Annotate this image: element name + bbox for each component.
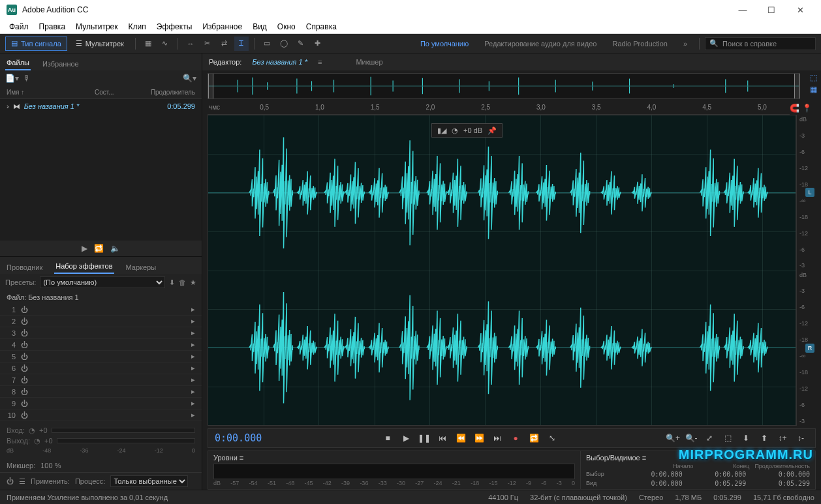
move-tool-icon[interactable]: ↔ bbox=[183, 37, 198, 51]
waveform-mode-button[interactable]: ▤ Тип сигнала bbox=[5, 37, 67, 51]
marquee-tool-icon[interactable]: ▭ bbox=[260, 37, 274, 51]
stop-button[interactable]: ■ bbox=[380, 432, 395, 445]
list-icon[interactable]: ☰ bbox=[19, 477, 25, 486]
hud-value[interactable]: +0 dB bbox=[463, 126, 482, 134]
hud-knob-icon[interactable]: ◔ bbox=[452, 126, 458, 135]
chevron-right-icon[interactable]: ▸ bbox=[191, 411, 195, 419]
chevron-right-icon[interactable]: ▸ bbox=[191, 352, 195, 361]
presets-select[interactable]: (По умолчанию) bbox=[40, 276, 165, 288]
sel-dur[interactable]: 0:00.000 bbox=[751, 471, 810, 478]
fx-slot[interactable]: 4⏻▸ bbox=[0, 339, 202, 351]
help-search-input[interactable]: 🔍 Поиск в справке bbox=[705, 37, 816, 50]
overview-waveform[interactable] bbox=[208, 73, 800, 99]
waveform-display[interactable]: ▮◢ ◔ +0 dB 📌 dB -3 -6 -12 -18 -∞ -18 -12… bbox=[208, 115, 816, 426]
time-select-tool-icon[interactable]: Ꮖ bbox=[234, 37, 249, 51]
save-preset-icon[interactable]: ⬇ bbox=[169, 278, 175, 287]
power-icon[interactable]: ⏻ bbox=[21, 353, 28, 361]
zoom-in-point-icon[interactable]: ⬇ bbox=[738, 432, 754, 445]
power-icon[interactable]: ⏻ bbox=[21, 411, 28, 419]
zoom-amp-in-icon[interactable]: ↕+ bbox=[775, 432, 790, 445]
star-preset-icon[interactable]: ★ bbox=[190, 278, 196, 287]
wave-canvas[interactable]: ▮◢ ◔ +0 dB 📌 bbox=[208, 115, 796, 426]
zoom-nav-icon[interactable]: ⬚ bbox=[810, 73, 817, 82]
overview-handle-left[interactable] bbox=[208, 74, 213, 98]
razor-tool-icon[interactable]: ✂ bbox=[200, 37, 215, 51]
file-row[interactable]: › ⧓ Без названия 1 * 0:05.299 bbox=[0, 99, 202, 113]
fx-slot[interactable]: 8⏻▸ bbox=[0, 386, 202, 398]
spectral-pitch-icon[interactable]: ∿ bbox=[158, 37, 172, 51]
fx-slot[interactable]: 9⏻▸ bbox=[0, 398, 202, 409]
loop-preview-icon[interactable]: 🔁 bbox=[94, 244, 104, 253]
play-preview-icon[interactable]: ▶ bbox=[82, 244, 87, 253]
chevron-right-icon[interactable]: ▸ bbox=[191, 364, 195, 372]
workspace-default[interactable]: По умолчанию bbox=[414, 40, 475, 48]
menu-multitrack[interactable]: Мультитрек bbox=[70, 20, 123, 33]
power-icon[interactable]: ⏻ bbox=[21, 306, 28, 314]
chevron-right-icon[interactable]: ▸ bbox=[191, 317, 195, 325]
power-icon[interactable]: ⏻ bbox=[21, 400, 28, 408]
fx-slot[interactable]: 10⏻▸ bbox=[0, 409, 202, 421]
pause-button[interactable]: ❚❚ bbox=[416, 432, 432, 445]
minimize-button[interactable]: — bbox=[728, 0, 757, 20]
menu-file[interactable]: Файл bbox=[4, 20, 34, 33]
power-icon[interactable]: ⏻ bbox=[7, 477, 14, 485]
channel-r-badge[interactable]: R bbox=[805, 344, 814, 353]
power-icon[interactable]: ⏻ bbox=[21, 364, 28, 372]
expand-icon[interactable]: › bbox=[7, 102, 9, 110]
zoom-out-icon[interactable]: 🔍- bbox=[683, 432, 699, 445]
delete-preset-icon[interactable]: 🗑 bbox=[179, 278, 186, 286]
menu-effects[interactable]: Эффекты bbox=[151, 20, 198, 33]
zoom-in-icon[interactable]: 🔍+ bbox=[665, 432, 681, 445]
menu-favorites[interactable]: Избранное bbox=[197, 20, 247, 33]
view-dur[interactable]: 0:05.299 bbox=[751, 480, 810, 487]
menu-help[interactable]: Справка bbox=[301, 20, 342, 33]
tab-conductor[interactable]: Проводник bbox=[5, 261, 44, 274]
record-button[interactable]: ● bbox=[508, 432, 523, 445]
zoom-full-icon[interactable]: ⤢ bbox=[702, 432, 717, 445]
spectral-toggle-icon[interactable]: ▦ bbox=[810, 85, 817, 94]
tab-files[interactable]: Файлы bbox=[5, 56, 31, 70]
hud-pin-icon[interactable]: 📌 bbox=[488, 126, 497, 135]
process-select[interactable]: Только выбранные bbox=[110, 475, 188, 487]
spectral-freq-icon[interactable]: ▦ bbox=[141, 37, 155, 51]
panel-menu-icon[interactable]: ≡ bbox=[240, 454, 243, 462]
playhead-pin-icon[interactable]: 📍 bbox=[802, 104, 812, 113]
power-icon[interactable]: ⏻ bbox=[21, 376, 28, 384]
col-state[interactable]: Сост... bbox=[95, 89, 131, 96]
zoom-selection-icon[interactable]: ⬚ bbox=[720, 432, 736, 445]
channel-l-badge[interactable]: L bbox=[805, 188, 814, 197]
zoom-amp-out-icon[interactable]: ↕- bbox=[793, 432, 809, 445]
filter-input-icon[interactable]: 🔍▾ bbox=[183, 74, 196, 83]
editor-file-name[interactable]: Без названия 1 * bbox=[252, 58, 307, 66]
panel-menu-icon[interactable]: ≡ bbox=[642, 454, 646, 462]
go-end-button[interactable]: ⏭ bbox=[489, 432, 505, 445]
fx-slot[interactable]: 1⏻▸ bbox=[0, 304, 202, 316]
menu-window[interactable]: Окно bbox=[272, 20, 301, 33]
open-file-icon[interactable]: 📄▾ bbox=[5, 74, 19, 83]
chevron-right-icon[interactable]: ▸ bbox=[191, 387, 195, 396]
forward-button[interactable]: ⏩ bbox=[471, 432, 487, 445]
sel-start[interactable]: 0:00.000 bbox=[624, 471, 683, 478]
menu-edit[interactable]: Правка bbox=[34, 20, 71, 33]
chevron-right-icon[interactable]: ▸ bbox=[191, 340, 195, 349]
brush-tool-icon[interactable]: ✎ bbox=[294, 37, 308, 51]
fx-slot[interactable]: 6⏻▸ bbox=[0, 363, 202, 374]
power-icon[interactable]: ⏻ bbox=[21, 341, 28, 349]
go-start-button[interactable]: ⏮ bbox=[435, 432, 450, 445]
chevron-right-icon[interactable]: ▸ bbox=[191, 376, 195, 384]
output-value[interactable]: +0 bbox=[44, 437, 53, 445]
workspace-audio-video[interactable]: Редактирование аудио для видео bbox=[478, 40, 603, 48]
fx-slot[interactable]: 2⏻▸ bbox=[0, 316, 202, 327]
apply-label[interactable]: Применить: bbox=[31, 477, 70, 485]
play-button[interactable]: ▶ bbox=[398, 432, 414, 445]
sel-end[interactable]: 0:00.000 bbox=[688, 471, 747, 478]
workspace-radio[interactable]: Radio Production bbox=[606, 40, 674, 48]
overview-handle-right[interactable] bbox=[794, 74, 799, 98]
col-name[interactable]: Имя ↑ bbox=[7, 89, 89, 96]
close-button[interactable]: ✕ bbox=[786, 0, 814, 20]
rewind-button[interactable]: ⏪ bbox=[453, 432, 469, 445]
multitrack-mode-button[interactable]: ☰ Мультитрек bbox=[70, 37, 130, 51]
lasso-tool-icon[interactable]: ◯ bbox=[277, 37, 291, 51]
zoom-out-point-icon[interactable]: ⬆ bbox=[756, 432, 772, 445]
tab-mixer[interactable]: Микшер bbox=[356, 58, 382, 66]
